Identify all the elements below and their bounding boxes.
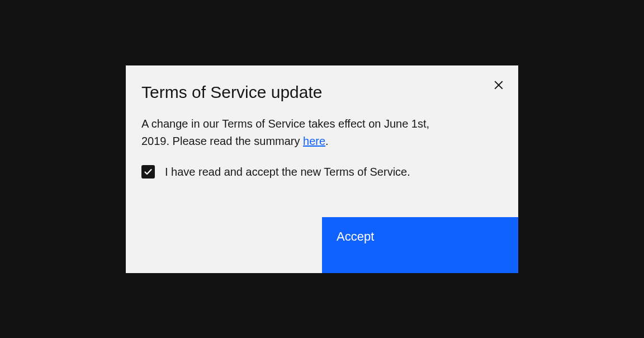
summary-link[interactable]: here: [303, 135, 325, 147]
close-button[interactable]: [491, 78, 506, 92]
close-icon: [494, 80, 504, 90]
description-text-pre: A change in our Terms of Service takes e…: [141, 118, 429, 147]
modal-body: A change in our Terms of Service takes e…: [126, 103, 518, 195]
checkmark-icon: [144, 167, 153, 176]
modal-footer: Accept: [126, 217, 518, 273]
accept-checkbox[interactable]: [141, 165, 155, 179]
terms-modal: Terms of Service update A change in our …: [126, 65, 518, 273]
modal-header: Terms of Service update: [126, 65, 518, 103]
accept-checkbox-label: I have read and accept the new Terms of …: [165, 165, 410, 179]
description-text-post: .: [325, 135, 329, 147]
modal-title: Terms of Service update: [141, 81, 322, 103]
modal-description: A change in our Terms of Service takes e…: [141, 115, 454, 150]
accept-button[interactable]: Accept: [322, 217, 518, 273]
accept-checkbox-row: I have read and accept the new Terms of …: [141, 165, 503, 179]
